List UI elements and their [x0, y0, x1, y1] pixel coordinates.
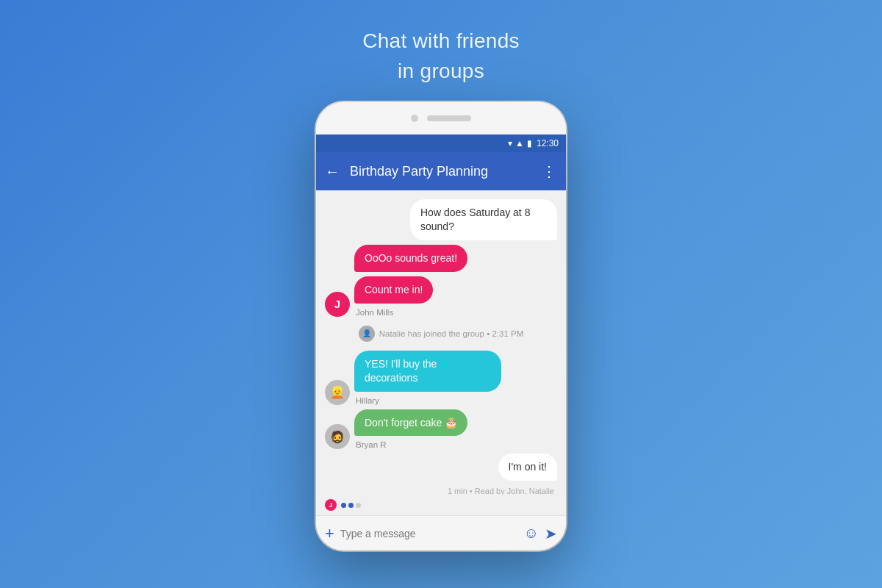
sender-name: Bryan R: [356, 440, 467, 449]
input-bar: + ☺ ➤: [316, 515, 566, 551]
attach-button[interactable]: +: [325, 524, 334, 543]
status-bar: ▾ ▲ ▮ 12:30: [316, 135, 566, 152]
phone-shell: ▾ ▲ ▮ 12:30 ← Birthday Party Planning ⋮ …: [316, 102, 566, 551]
typing-dots: [341, 503, 361, 508]
typing-dot-3: [356, 503, 361, 508]
message-row: OoOo sounds great!: [354, 245, 557, 272]
emoji-button[interactable]: ☺: [524, 525, 539, 542]
message-row: How does Saturday at 8 sound?: [325, 199, 557, 240]
message-group: Count me in! John Mills: [354, 276, 433, 317]
message-bubble: YES! I'll buy the decorations: [354, 351, 501, 392]
message-row: 👱 YES! I'll buy the decorations Hillary: [325, 351, 557, 405]
message-bubble: OoOo sounds great!: [354, 245, 467, 272]
message-bubble: How does Saturday at 8 sound?: [410, 199, 557, 240]
phone-speaker: [427, 115, 471, 121]
menu-button[interactable]: ⋮: [542, 162, 557, 180]
message-input[interactable]: [340, 528, 518, 539]
chat-area[interactable]: How does Saturday at 8 sound? OoOo sound…: [316, 190, 566, 495]
sender-avatar: 👱: [325, 380, 350, 405]
signal-icon: ▲: [515, 138, 524, 148]
message-group: YES! I'll buy the decorations Hillary: [354, 351, 501, 405]
message-bubble: Count me in!: [354, 276, 433, 304]
tagline: Chat with friends in groups: [362, 26, 520, 86]
sender-avatar: 🧔: [325, 424, 350, 449]
message-group: Don't forget cake 🎂 Bryan R: [354, 409, 467, 450]
message-group: OoOo sounds great!: [354, 245, 467, 272]
typing-avatar: J: [325, 499, 337, 511]
typing-dot-2: [348, 503, 354, 508]
back-button[interactable]: ←: [325, 163, 340, 180]
status-icons: ▾ ▲ ▮: [508, 138, 532, 148]
message-row: I'm on it!: [325, 453, 557, 481]
message-row: J Count me in! John Mills: [325, 276, 557, 317]
send-button[interactable]: ➤: [545, 525, 557, 542]
battery-icon: ▮: [527, 138, 532, 148]
message-row: 🧔 Don't forget cake 🎂 Bryan R: [325, 409, 557, 450]
app-toolbar: ← Birthday Party Planning ⋮: [316, 152, 566, 190]
typing-indicators: J: [316, 495, 566, 515]
toolbar-title: Birthday Party Planning: [350, 164, 542, 179]
read-receipt: 1 min • Read by John, Natalie: [325, 487, 557, 495]
sender-name: John Mills: [356, 308, 433, 317]
phone-camera: [411, 115, 418, 122]
message-bubble: I'm on it!: [498, 453, 557, 481]
wifi-icon: ▾: [508, 138, 512, 148]
system-message: 👤 Natalie has joined the group • 2:31 PM: [325, 321, 557, 346]
typing-dot-1: [341, 503, 346, 508]
message-bubble: Don't forget cake 🎂: [354, 409, 467, 437]
sender-name: Hillary: [356, 396, 501, 405]
phone-top-area: [316, 102, 566, 135]
sender-avatar: J: [325, 292, 350, 317]
system-text: Natalie has joined the group • 2:31 PM: [379, 329, 523, 338]
status-time: 12:30: [537, 138, 559, 148]
system-avatar: 👤: [359, 326, 375, 342]
